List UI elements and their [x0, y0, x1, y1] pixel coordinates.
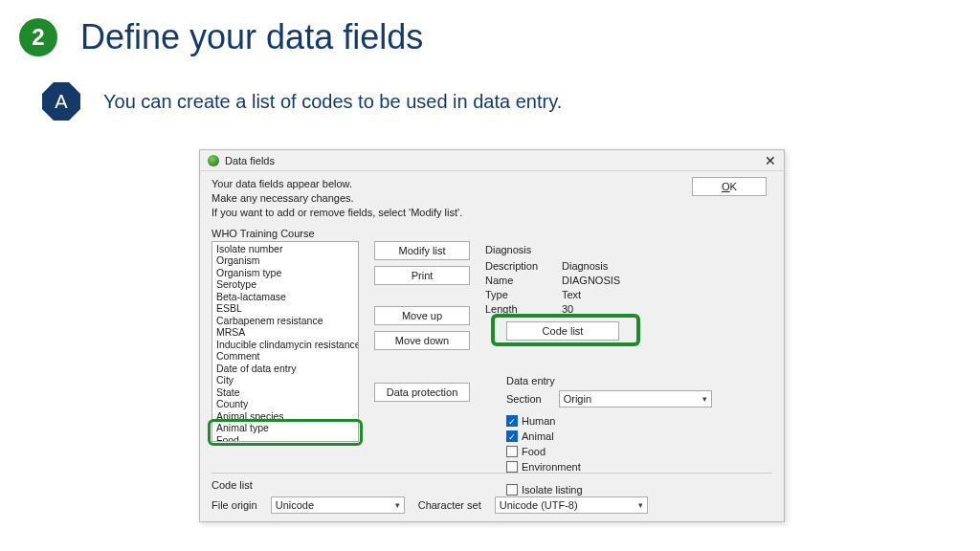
list-item[interactable]: MRSA: [212, 326, 358, 339]
slide-title: Define your data fields: [80, 17, 423, 57]
list-item[interactable]: County: [212, 398, 358, 410]
chevron-down-icon: ▾: [638, 497, 643, 513]
data-protection-button[interactable]: Data protection: [374, 383, 470, 402]
bottom-heading: Code list: [212, 479, 772, 491]
list-item[interactable]: Comment: [212, 350, 358, 363]
list-item[interactable]: Isolate number: [212, 243, 358, 255]
section-select[interactable]: Origin ▾: [559, 390, 712, 408]
file-origin-select[interactable]: Unicode ▾: [271, 496, 405, 514]
animal-checkbox[interactable]: [506, 430, 518, 442]
list-item[interactable]: ESBL: [212, 302, 358, 315]
section-label: Section: [506, 393, 542, 405]
course-label: WHO Training Course: [212, 228, 772, 239]
list-item[interactable]: Inducible clindamycin resistance: [212, 339, 358, 351]
list-item[interactable]: Carbapenem resistance: [212, 315, 358, 327]
data-fields-dialog: Data fields ✕ OK Your data fields appear…: [199, 149, 785, 522]
move-down-button[interactable]: Move down: [374, 331, 470, 350]
list-item[interactable]: Date of data entry: [212, 363, 358, 375]
charset-select[interactable]: Unicode (UTF-8) ▾: [495, 496, 648, 514]
list-item[interactable]: State: [212, 386, 358, 399]
dialog-title: Data fields: [225, 155, 275, 166]
list-item[interactable]: Food: [212, 434, 358, 442]
slide-subtext: You can create a list of codes to be use…: [103, 91, 562, 113]
field-properties: Diagnosis DescriptionDiagnosis NameDIAGN…: [485, 243, 772, 317]
list-item[interactable]: City: [212, 374, 358, 386]
dialog-titlebar: Data fields ✕: [200, 150, 784, 171]
human-checkbox[interactable]: [506, 415, 518, 427]
print-button[interactable]: Print: [374, 266, 470, 285]
close-icon[interactable]: ✕: [765, 153, 776, 168]
list-item[interactable]: Serotype: [212, 278, 358, 291]
list-item[interactable]: Organism type: [212, 267, 358, 279]
move-up-button[interactable]: Move up: [374, 306, 470, 325]
list-item[interactable]: Organism: [212, 254, 358, 267]
checkbox-label: Food: [522, 444, 546, 459]
checkbox-label: Human: [522, 413, 555, 429]
food-checkbox[interactable]: [506, 446, 518, 457]
code-list-button[interactable]: Code list: [506, 321, 619, 341]
modify-list-button[interactable]: Modify list: [374, 241, 470, 260]
ok-button[interactable]: OK: [692, 177, 767, 196]
substep-letter-badge: A: [42, 82, 80, 121]
intro-text: Your data fields appear below. Make any …: [212, 177, 772, 220]
chevron-down-icon: ▾: [395, 497, 400, 513]
list-item[interactable]: Animal type: [212, 422, 358, 434]
checkbox-label: Animal: [522, 429, 554, 444]
prop-heading: Diagnosis: [485, 243, 772, 257]
environment-checkbox[interactable]: [506, 461, 518, 473]
globe-icon: [208, 155, 219, 166]
charset-label: Character set: [418, 499, 481, 511]
list-item[interactable]: Beta-lactamase: [212, 291, 358, 303]
fields-listbox[interactable]: Isolate numberOrganismOrganism typeSerot…: [212, 241, 359, 442]
list-item[interactable]: Animal species: [212, 410, 358, 423]
step-number-badge: 2: [19, 18, 57, 56]
chevron-down-icon: ▾: [702, 391, 707, 407]
file-origin-label: File origin: [212, 499, 257, 511]
data-entry-heading: Data entry: [506, 375, 772, 386]
